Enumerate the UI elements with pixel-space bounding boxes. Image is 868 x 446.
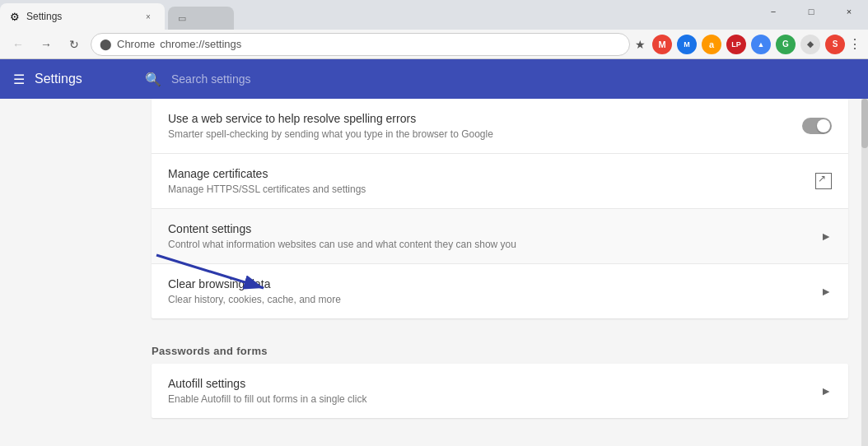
external-link-icon — [815, 173, 832, 189]
privacy-settings-panel: Use a web service to help resolve spelli… — [152, 99, 848, 318]
clear-browsing-chevron: ► — [820, 285, 832, 298]
content-area: Use a web service to help resolve spelli… — [0, 99, 868, 446]
site-label: Chrome — [117, 38, 155, 50]
active-tab[interactable]: ⚙ Settings × — [0, 3, 165, 30]
autofill-desc: Enable Autofill to fill out forms in a s… — [168, 393, 820, 405]
passwords-section-header: Passwords and forms — [132, 332, 868, 364]
passwords-settings-panel: Autofill settings Enable Autofill to fil… — [152, 364, 848, 418]
address-bar: ← → ↻ ⬤ Chrome chrome://settings ★ M M a… — [0, 30, 868, 59]
grey-ext-icon[interactable]: ◆ — [799, 33, 822, 56]
search-icon: 🔍 — [145, 72, 161, 87]
certificates-title: Manage certificates — [168, 167, 815, 180]
hamburger-icon: ☰ — [13, 72, 25, 87]
forward-button[interactable]: → — [35, 33, 58, 56]
autofill-chevron: ► — [820, 384, 832, 397]
bookmark-button[interactable]: ★ — [635, 38, 646, 51]
certificates-desc: Manage HTTPS/SSL certificates and settin… — [168, 184, 815, 195]
lastpass-icon[interactable]: LP — [725, 33, 748, 56]
window-controls: − □ × — [754, 0, 868, 23]
autofill-title: Autofill settings — [168, 377, 820, 390]
spelling-toggle[interactable] — [802, 118, 832, 134]
title-bar: ⚙ Settings × ▭ − □ × — [0, 0, 868, 30]
content-settings-title: Content settings — [168, 222, 820, 235]
clear-browsing-data-item[interactable]: Clear browsing data Clear history, cooki… — [152, 264, 848, 318]
green-ext-icon[interactable]: G — [774, 33, 797, 56]
content-settings-desc: Control what information websites can us… — [168, 239, 820, 250]
clear-browsing-title: Clear browsing data — [168, 277, 820, 290]
drive-icon[interactable]: ▲ — [749, 33, 772, 56]
site-icon: ⬤ — [100, 38, 112, 50]
maximize-button[interactable]: □ — [792, 0, 830, 23]
autofill-settings-item[interactable]: Autofill settings Enable Autofill to fil… — [152, 364, 848, 418]
spelling-desc: Smarter spell-checking by sending what y… — [168, 128, 802, 140]
gmail-icon[interactable]: M — [651, 33, 674, 56]
content-settings-item[interactable]: Content settings Control what informatio… — [152, 209, 848, 264]
manage-certificates-item[interactable]: Manage certificates Manage HTTPS/SSL cer… — [152, 154, 848, 209]
browser-content: ☰ Settings 🔍 — [0, 59, 868, 446]
toolbar-icons: M M a LP ▲ G ◆ S ⋮ — [651, 33, 861, 56]
minimize-button[interactable]: − — [754, 0, 792, 23]
spelling-title: Use a web service to help resolve spelli… — [168, 112, 802, 125]
tab-title: Settings — [26, 11, 135, 22]
settings-main: Use a web service to help resolve spelli… — [132, 99, 868, 446]
spelling-errors-item[interactable]: Use a web service to help resolve spelli… — [152, 99, 848, 154]
red-ext-icon[interactable]: S — [824, 33, 847, 56]
settings-header-row: ☰ Settings 🔍 — [0, 59, 868, 99]
reload-button[interactable]: ↻ — [63, 33, 86, 56]
clear-browsing-desc: Clear history, cookies, cache, and more — [168, 294, 820, 305]
search-bar[interactable]: 🔍 — [132, 59, 868, 99]
search-settings-input[interactable] — [171, 72, 855, 86]
content-settings-chevron: ► — [820, 230, 832, 243]
amazon-icon[interactable]: a — [700, 33, 723, 56]
sidebar-nav — [0, 99, 132, 446]
back-button[interactable]: ← — [7, 33, 30, 56]
scrollbar-track[interactable] — [861, 99, 868, 446]
inactive-tab[interactable]: ▭ — [168, 7, 234, 30]
scrollbar-thumb[interactable] — [861, 99, 868, 148]
tab-favicon: ⚙ — [10, 11, 20, 23]
sidebar-toggle[interactable]: ☰ Settings — [0, 59, 132, 99]
close-button[interactable]: × — [830, 0, 868, 23]
tab-close-button[interactable]: × — [142, 10, 155, 23]
url-text: chrome://settings — [160, 38, 241, 50]
meet-icon[interactable]: M — [675, 33, 698, 56]
url-bar[interactable]: ⬤ Chrome chrome://settings — [91, 33, 630, 56]
chrome-menu-button[interactable]: ⋮ — [848, 36, 861, 52]
settings-page-title: Settings — [35, 72, 82, 86]
